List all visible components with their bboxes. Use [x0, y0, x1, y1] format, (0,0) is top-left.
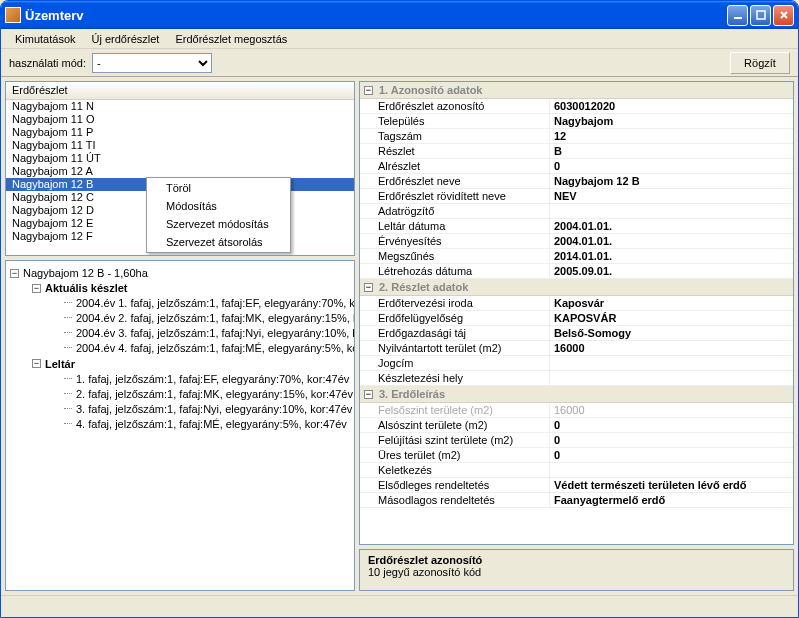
propgrid-row[interactable]: Erdőgazdasági tájBelső-Somogy [360, 326, 793, 341]
context-menu-item[interactable]: Szervezet módosítás [148, 215, 289, 233]
propgrid-row[interactable]: Létrehozás dátuma2005.09.01. [360, 264, 793, 279]
tree-leaf[interactable]: 2004.év 2. fafaj, jelzőszám:1, fafaj:MK,… [76, 310, 350, 325]
collapse-icon[interactable]: − [364, 86, 373, 95]
prop-value[interactable]: 16000 [550, 341, 793, 355]
propgrid-row[interactable]: RészletB [360, 144, 793, 159]
collapse-icon[interactable]: − [32, 359, 41, 368]
context-menu-item[interactable]: Módosítás [148, 197, 289, 215]
propgrid-row[interactable]: Erdőrészlet azonosító6030012020 [360, 99, 793, 114]
tree-section[interactable]: −Leltár [32, 356, 350, 371]
prop-value[interactable]: Nagybajom 12 B [550, 174, 793, 188]
tree-root[interactable]: −Nagybajom 12 B - 1,60ha [10, 265, 350, 280]
list-row[interactable]: Nagybajom 11 TI [6, 139, 354, 152]
tree-leaf[interactable]: 2004.év 4. fafaj, jelzőszám:1, fafaj:MÉ,… [76, 340, 350, 355]
minimize-button[interactable] [727, 5, 748, 26]
maximize-button[interactable] [750, 5, 771, 26]
save-button[interactable]: Rögzít [730, 52, 790, 74]
propgrid-row[interactable]: Nyilvántartott terület (m2)16000 [360, 341, 793, 356]
prop-name: Erdőrészlet rövidített neve [360, 189, 550, 203]
propgrid-row[interactable]: Üres terület (m2)0 [360, 448, 793, 463]
prop-value[interactable]: Kaposvár [550, 296, 793, 310]
menu-kimutatasok[interactable]: Kimutatások [7, 31, 84, 47]
propgrid-category[interactable]: −2. Részlet adatok [360, 279, 793, 296]
tree-leaf[interactable]: 2004.év 3. fafaj, jelzőszám:1, fafaj:Nyi… [76, 325, 350, 340]
propgrid-row[interactable]: Elsődleges rendeltetésVédett természeti … [360, 478, 793, 493]
tree-view[interactable]: −Nagybajom 12 B - 1,60ha−Aktuális készle… [6, 261, 354, 590]
propgrid-row[interactable]: ErdőfelügyelőségKAPOSVÁR [360, 311, 793, 326]
prop-value[interactable]: 2014.01.01. [550, 249, 793, 263]
close-button[interactable] [773, 5, 794, 26]
list-row[interactable]: Nagybajom 11 ÚT [6, 152, 354, 165]
prop-value[interactable] [550, 371, 793, 385]
prop-value[interactable]: NEV [550, 189, 793, 203]
propgrid-row[interactable]: Felsőszint területe (m2)16000 [360, 403, 793, 418]
prop-value[interactable]: 0 [550, 159, 793, 173]
prop-value[interactable]: 12 [550, 129, 793, 143]
propgrid-row[interactable]: Erdőrészlet rövidített neveNEV [360, 189, 793, 204]
right-pane: −1. Azonosító adatokErdőrészlet azonosít… [359, 81, 794, 591]
prop-value[interactable] [550, 204, 793, 218]
propgrid-row[interactable]: Alrészlet0 [360, 159, 793, 174]
prop-value[interactable]: KAPOSVÁR [550, 311, 793, 325]
list-row[interactable]: Nagybajom 11 N [6, 100, 354, 113]
prop-value[interactable]: Védett természeti területen lévő erdő [550, 478, 793, 492]
prop-value[interactable]: Faanyagtermelő erdő [550, 493, 793, 507]
propgrid-row[interactable]: Erdőrészlet neveNagybajom 12 B [360, 174, 793, 189]
propgrid-row[interactable]: Felújítási szint területe (m2)0 [360, 433, 793, 448]
propgrid-row[interactable]: Készletezési hely [360, 371, 793, 386]
prop-value[interactable]: B [550, 144, 793, 158]
propgrid-row[interactable]: Jogcím [360, 356, 793, 371]
collapse-icon[interactable]: − [364, 390, 373, 399]
menu-erdoreszlet-megosztas[interactable]: Erdőrészlet megosztás [167, 31, 295, 47]
propgrid-row[interactable]: Keletkezés [360, 463, 793, 478]
propgrid-row[interactable]: Leltár dátuma2004.01.01. [360, 219, 793, 234]
prop-value[interactable]: 16000 [550, 403, 793, 417]
prop-value[interactable]: 0 [550, 418, 793, 432]
prop-value[interactable] [550, 463, 793, 477]
propgrid-row[interactable]: Alsószint területe (m2)0 [360, 418, 793, 433]
list-row[interactable]: Nagybajom 11 P [6, 126, 354, 139]
tree-leaf[interactable]: 4. fafaj, jelzőszám:1, fafaj:MÉ, elegyar… [76, 416, 350, 431]
tree-leaf[interactable]: 2004.év 1. fafaj, jelzőszám:1, fafaj:EF,… [76, 295, 350, 310]
propgrid-category[interactable]: −1. Azonosító adatok [360, 82, 793, 99]
prop-value[interactable]: 0 [550, 448, 793, 462]
propgrid-row[interactable]: TelepülésNagybajom [360, 114, 793, 129]
list-row[interactable]: Nagybajom 11 O [6, 113, 354, 126]
prop-value[interactable]: 2004.01.01. [550, 234, 793, 248]
mode-select[interactable]: - [92, 53, 212, 73]
propgrid-row[interactable]: Érvényesítés2004.01.01. [360, 234, 793, 249]
prop-value[interactable]: 0 [550, 433, 793, 447]
context-menu-item[interactable]: Szervezet átsorolás [148, 233, 289, 251]
prop-value[interactable]: 2005.09.01. [550, 264, 793, 278]
parcel-list[interactable]: TörölMódosításSzervezet módosításSzervez… [6, 100, 354, 255]
collapse-icon[interactable]: − [364, 283, 373, 292]
propgrid-row[interactable]: Másodlagos rendeltetésFaanyagtermelő erd… [360, 493, 793, 508]
tree-leaf[interactable]: 1. fafaj, jelzőszám:1, fafaj:EF, elegyar… [76, 371, 350, 386]
propgrid-row[interactable]: Erdőtervezési irodaKaposvár [360, 296, 793, 311]
list-header[interactable]: Erdőrészlet [6, 82, 354, 100]
propgrid-row[interactable]: Megszűnés2014.01.01. [360, 249, 793, 264]
prop-value[interactable] [550, 356, 793, 370]
tree-leaf[interactable]: 2. fafaj, jelzőszám:1, fafaj:MK, elegyar… [76, 386, 350, 401]
prop-value[interactable]: Belső-Somogy [550, 326, 793, 340]
prop-value[interactable]: 6030012020 [550, 99, 793, 113]
tree-section[interactable]: −Aktuális készlet [32, 280, 350, 295]
propgrid-row[interactable]: Adatrögzítő [360, 204, 793, 219]
prop-name: Jogcím [360, 356, 550, 370]
tree-leaf[interactable]: 3. fafaj, jelzőszám:1, fafaj:Nyi, elegya… [76, 401, 350, 416]
prop-value[interactable]: Nagybajom [550, 114, 793, 128]
context-menu-item[interactable]: Töröl [148, 179, 289, 197]
property-grid-body[interactable]: −1. Azonosító adatokErdőrészlet azonosít… [360, 82, 793, 544]
prop-name: Erdőrészlet neve [360, 174, 550, 188]
propgrid-category[interactable]: −3. Erdőleírás [360, 386, 793, 403]
collapse-icon[interactable]: − [32, 284, 41, 293]
collapse-icon[interactable]: − [10, 269, 19, 278]
tree-panel: −Nagybajom 12 B - 1,60ha−Aktuális készle… [5, 260, 355, 591]
prop-value[interactable]: 2004.01.01. [550, 219, 793, 233]
menu-uj-erdoreszlet[interactable]: Új erdőrészlet [84, 31, 168, 47]
close-icon [779, 10, 789, 20]
description-title: Erdőrészlet azonosító [368, 554, 785, 566]
propgrid-row[interactable]: Tagszám12 [360, 129, 793, 144]
prop-name: Település [360, 114, 550, 128]
prop-name: Erdőgazdasági táj [360, 326, 550, 340]
